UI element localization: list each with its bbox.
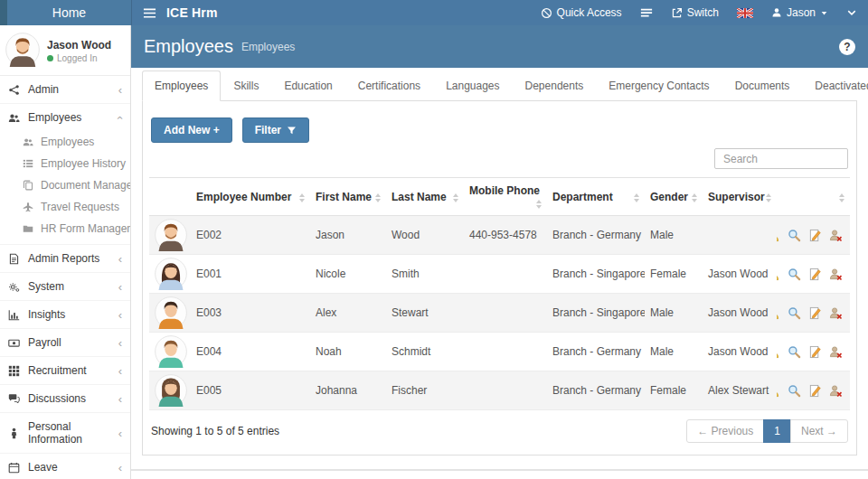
help-button[interactable]: ? xyxy=(839,39,855,55)
magnifier-icon[interactable] xyxy=(788,345,801,359)
sidebar-subitem-document-management[interactable]: Document Management xyxy=(0,174,130,196)
home-button[interactable]: Home xyxy=(7,0,131,25)
hamburger-menu-icon[interactable] xyxy=(143,6,156,20)
tab-certifications[interactable]: Certifications xyxy=(345,70,433,101)
quick-access-button[interactable]: Quick Access xyxy=(541,6,622,19)
sidebar-item-admin[interactable]: Admin‹ xyxy=(0,76,130,103)
column-header-department[interactable]: Department xyxy=(547,178,645,216)
magnifier-icon[interactable] xyxy=(788,384,801,398)
magnifier-icon[interactable] xyxy=(788,306,801,320)
main-navbar: ICE Hrm Quick Access Switch Jason xyxy=(131,0,868,25)
sort-icon xyxy=(453,193,458,202)
share-icon xyxy=(8,84,20,96)
language-flag-button[interactable] xyxy=(737,8,753,18)
delete-user-icon[interactable] xyxy=(829,306,843,320)
sidebar-item-discussions[interactable]: Discussions‹ xyxy=(0,384,130,412)
tasks-icon xyxy=(640,6,653,19)
tab-label: Dependents xyxy=(525,80,584,92)
chevron-left-icon: ‹ xyxy=(118,281,122,293)
navbar-collapse-toggle[interactable] xyxy=(846,7,857,18)
pagination-page-1[interactable]: 1 xyxy=(763,419,791,443)
edit-icon[interactable] xyxy=(808,268,822,281)
tab-label: Certifications xyxy=(358,80,420,92)
delete-user-icon[interactable] xyxy=(829,384,843,398)
edit-icon[interactable] xyxy=(808,384,822,398)
sidebar-item-personal-information[interactable]: Personal Information‹ xyxy=(0,412,130,453)
column-header-last-name[interactable]: Last Name xyxy=(386,178,464,216)
filter-button[interactable]: Filter xyxy=(242,117,309,143)
sidebar-item-recruitment[interactable]: Recruitment‹ xyxy=(0,356,130,384)
tab-education[interactable]: Education xyxy=(271,70,344,101)
tab-languages[interactable]: Languages xyxy=(433,70,512,101)
person-icon xyxy=(8,427,20,439)
add-new-button[interactable]: Add New + xyxy=(151,117,232,143)
tab-label: Emergency Contacts xyxy=(609,80,709,92)
user-icon[interactable] xyxy=(777,268,780,281)
sidebar-item-label: Personal Information xyxy=(28,420,110,446)
sidebar-subitem-employees[interactable]: Employees xyxy=(0,131,130,153)
delete-user-icon[interactable] xyxy=(829,345,843,359)
cell-last-name: Wood xyxy=(386,216,464,255)
online-status-dot xyxy=(47,55,53,61)
chevron-left-icon: ‹ xyxy=(118,309,122,321)
column-header-supervisor[interactable]: Supervisor xyxy=(703,178,777,216)
cell-supervisor xyxy=(703,216,777,255)
user-icon[interactable] xyxy=(777,229,780,242)
sidebar-item-label: System xyxy=(28,280,64,293)
sidebar-item-payroll[interactable]: Payroll‹ xyxy=(0,328,130,356)
tab-dependents[interactable]: Dependents xyxy=(513,70,597,101)
folder-icon xyxy=(23,223,33,234)
sidebar-item-insights[interactable]: Insights‹ xyxy=(0,300,130,328)
switch-button[interactable]: Switch xyxy=(671,6,719,19)
sort-icon xyxy=(299,193,305,202)
sidebar-subitem-hr-form-management[interactable]: HR Form Management xyxy=(0,218,130,240)
pagination-next[interactable]: Next → xyxy=(790,419,848,443)
money-icon xyxy=(8,337,20,349)
tab-skills[interactable]: Skills xyxy=(221,70,271,101)
tab-emergency-contacts[interactable]: Emergency Contacts xyxy=(596,70,722,101)
delete-user-icon[interactable] xyxy=(829,268,843,281)
user-icon[interactable] xyxy=(777,384,780,398)
navbar-right-group: Quick Access Switch Jason xyxy=(541,6,857,19)
user-menu[interactable]: Jason xyxy=(771,6,828,19)
edit-icon[interactable] xyxy=(808,306,822,320)
cell-gender: Female xyxy=(645,255,703,294)
magnifier-icon[interactable] xyxy=(788,229,801,242)
edit-icon[interactable] xyxy=(808,229,822,242)
column-header-gender[interactable]: Gender xyxy=(645,178,703,216)
tab-deactivated-employees[interactable]: Deactivated Employees▾ xyxy=(802,70,868,101)
cell-employee-number: E004 xyxy=(191,333,310,371)
cell-employee-number: E003 xyxy=(191,294,310,333)
avatar xyxy=(155,296,185,329)
sidebar-item-admin-reports[interactable]: Admin Reports‹ xyxy=(0,244,130,272)
cell-mobile-phone xyxy=(464,294,547,333)
sort-icon xyxy=(375,193,381,202)
bottom-divider xyxy=(131,469,868,471)
chevron-down-icon: ‹ xyxy=(114,116,126,119)
pagination-previous[interactable]: ← Previous xyxy=(686,419,764,443)
sidebar-item-employees[interactable]: Employees‹ xyxy=(0,103,130,131)
tab-documents[interactable]: Documents xyxy=(722,70,803,101)
chevron-left-icon: ‹ xyxy=(118,427,122,439)
column-header-first-name[interactable]: First Name xyxy=(310,178,386,216)
delete-user-icon[interactable] xyxy=(829,229,843,242)
column-label: Gender xyxy=(650,191,688,203)
sidebar-item-label: Insights xyxy=(28,308,65,321)
edit-icon[interactable] xyxy=(808,345,822,359)
table-header-row: Employee NumberFirst NameLast NameMobile… xyxy=(149,178,850,216)
user-icon[interactable] xyxy=(777,306,780,320)
tasks-button[interactable] xyxy=(640,6,653,19)
search-input[interactable] xyxy=(714,148,848,169)
magnifier-icon[interactable] xyxy=(788,268,801,281)
avatar xyxy=(155,219,185,251)
sidebar-subitem-employee-history[interactable]: Employee History xyxy=(0,153,130,174)
column-header-mobile-phone[interactable]: Mobile Phone xyxy=(464,178,547,216)
cell-actions xyxy=(777,333,850,371)
column-header-employee-number[interactable]: Employee Number xyxy=(191,178,310,216)
tab-employees[interactable]: Employees xyxy=(142,70,221,101)
user-icon[interactable] xyxy=(777,345,780,359)
column-header-blank[interactable] xyxy=(777,178,850,216)
sidebar-item-leave[interactable]: Leave‹ xyxy=(0,453,130,479)
sidebar-item-system[interactable]: System‹ xyxy=(0,272,130,300)
sidebar-subitem-travel-requests[interactable]: Travel Requests xyxy=(0,196,130,218)
